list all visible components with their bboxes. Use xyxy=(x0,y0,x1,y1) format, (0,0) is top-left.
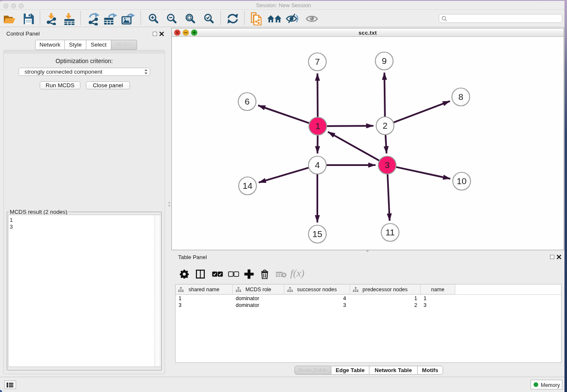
svg-text:3: 3 xyxy=(385,160,390,170)
svg-text:14: 14 xyxy=(242,181,253,190)
svg-text:8: 8 xyxy=(458,92,463,102)
svg-text:1: 1 xyxy=(315,121,320,131)
svg-text:10: 10 xyxy=(457,176,466,186)
svg-text:15: 15 xyxy=(312,229,322,239)
svg-text:9: 9 xyxy=(382,56,387,66)
svg-text:11: 11 xyxy=(385,227,395,237)
svg-text:6: 6 xyxy=(245,97,250,106)
svg-text:2: 2 xyxy=(383,121,388,130)
svg-text:4: 4 xyxy=(315,160,320,170)
svg-text:7: 7 xyxy=(315,57,320,66)
